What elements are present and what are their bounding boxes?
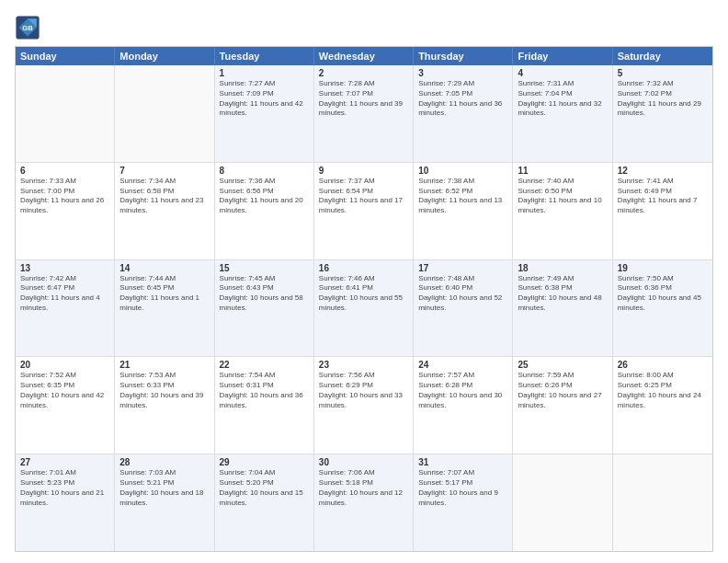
cal-cell-r4-c1: 28Sunrise: 7:03 AM Sunset: 5:21 PM Dayli… xyxy=(115,454,214,551)
header-day-friday: Friday xyxy=(513,47,612,65)
logo-icon: GB xyxy=(15,15,40,40)
cell-detail: Sunrise: 7:49 AM Sunset: 6:38 PM Dayligh… xyxy=(518,274,607,314)
cal-cell-r1-c6: 12Sunrise: 7:41 AM Sunset: 6:49 PM Dayli… xyxy=(613,163,712,259)
day-number: 1 xyxy=(220,68,309,78)
cell-detail: Sunrise: 7:03 AM Sunset: 5:21 PM Dayligh… xyxy=(119,468,209,508)
day-number: 9 xyxy=(319,166,408,176)
cell-detail: Sunrise: 7:07 AM Sunset: 5:17 PM Dayligh… xyxy=(418,468,507,508)
cell-detail: Sunrise: 7:57 AM Sunset: 6:28 PM Dayligh… xyxy=(418,371,507,410)
cal-cell-r2-c6: 19Sunrise: 7:50 AM Sunset: 6:36 PM Dayli… xyxy=(613,260,712,357)
cell-detail: Sunrise: 7:44 AM Sunset: 6:45 PM Dayligh… xyxy=(119,274,209,314)
day-number: 27 xyxy=(20,457,109,467)
cell-detail: Sunrise: 7:36 AM Sunset: 6:56 PM Dayligh… xyxy=(220,177,309,216)
cal-cell-r0-c3: 2Sunrise: 7:28 AM Sunset: 7:07 PM Daylig… xyxy=(314,65,414,162)
cal-cell-r3-c5: 25Sunrise: 7:59 AM Sunset: 6:26 PM Dayli… xyxy=(513,357,612,454)
cell-detail: Sunrise: 7:52 AM Sunset: 6:35 PM Dayligh… xyxy=(20,371,109,410)
cell-detail: Sunrise: 7:34 AM Sunset: 6:58 PM Dayligh… xyxy=(119,177,209,216)
cell-detail: Sunrise: 7:46 AM Sunset: 6:41 PM Dayligh… xyxy=(319,274,408,314)
cal-cell-r0-c1 xyxy=(115,65,214,162)
day-number: 23 xyxy=(319,360,408,370)
cal-cell-r1-c0: 6Sunrise: 7:33 AM Sunset: 7:00 PM Daylig… xyxy=(16,163,115,259)
day-number: 28 xyxy=(119,457,209,467)
day-number: 19 xyxy=(618,263,708,273)
cell-detail: Sunrise: 7:33 AM Sunset: 7:00 PM Dayligh… xyxy=(20,177,109,216)
cal-cell-r3-c0: 20Sunrise: 7:52 AM Sunset: 6:35 PM Dayli… xyxy=(16,357,115,454)
day-number: 25 xyxy=(518,360,607,370)
day-number: 15 xyxy=(220,263,309,273)
day-number: 4 xyxy=(518,68,607,78)
day-number: 18 xyxy=(518,263,607,273)
cell-detail: Sunrise: 7:28 AM Sunset: 7:07 PM Dayligh… xyxy=(319,79,408,119)
cal-cell-r3-c3: 23Sunrise: 7:56 AM Sunset: 6:29 PM Dayli… xyxy=(314,357,414,454)
day-number: 16 xyxy=(319,263,408,273)
cal-cell-r1-c3: 9Sunrise: 7:37 AM Sunset: 6:54 PM Daylig… xyxy=(314,163,414,259)
cell-detail: Sunrise: 7:32 AM Sunset: 7:02 PM Dayligh… xyxy=(618,79,708,119)
cell-detail: Sunrise: 7:59 AM Sunset: 6:26 PM Dayligh… xyxy=(518,371,607,410)
header: GB xyxy=(15,11,713,40)
cell-detail: Sunrise: 7:27 AM Sunset: 7:09 PM Dayligh… xyxy=(220,79,309,119)
calendar-row-1: 6Sunrise: 7:33 AM Sunset: 7:00 PM Daylig… xyxy=(16,162,712,259)
cell-detail: Sunrise: 7:04 AM Sunset: 5:20 PM Dayligh… xyxy=(220,468,309,508)
calendar-header: SundayMondayTuesdayWednesdayThursdayFrid… xyxy=(16,47,712,65)
calendar: SundayMondayTuesdayWednesdayThursdayFrid… xyxy=(15,46,713,552)
cal-cell-r0-c0 xyxy=(16,65,115,162)
cal-cell-r4-c6 xyxy=(613,454,712,551)
cell-detail: Sunrise: 7:50 AM Sunset: 6:36 PM Dayligh… xyxy=(618,274,708,314)
header-day-thursday: Thursday xyxy=(414,47,513,65)
cal-cell-r1-c5: 11Sunrise: 7:40 AM Sunset: 6:50 PM Dayli… xyxy=(513,163,612,259)
cal-cell-r1-c1: 7Sunrise: 7:34 AM Sunset: 6:58 PM Daylig… xyxy=(115,163,214,259)
cal-cell-r2-c4: 17Sunrise: 7:48 AM Sunset: 6:40 PM Dayli… xyxy=(414,260,513,357)
cal-cell-r0-c5: 4Sunrise: 7:31 AM Sunset: 7:04 PM Daylig… xyxy=(513,65,612,162)
svg-text:GB: GB xyxy=(22,24,33,32)
cell-detail: Sunrise: 7:48 AM Sunset: 6:40 PM Dayligh… xyxy=(418,274,507,314)
cal-cell-r4-c5 xyxy=(513,454,612,551)
header-day-wednesday: Wednesday xyxy=(314,47,414,65)
day-number: 11 xyxy=(518,166,607,176)
cell-detail: Sunrise: 7:37 AM Sunset: 6:54 PM Dayligh… xyxy=(319,177,408,216)
cal-cell-r0-c4: 3Sunrise: 7:29 AM Sunset: 7:05 PM Daylig… xyxy=(414,65,513,162)
day-number: 20 xyxy=(20,360,109,370)
page: GB SundayMondayTuesdayWednesdayThursdayF… xyxy=(0,0,728,563)
cal-cell-r3-c6: 26Sunrise: 8:00 AM Sunset: 6:25 PM Dayli… xyxy=(613,357,712,454)
cell-detail: Sunrise: 7:38 AM Sunset: 6:52 PM Dayligh… xyxy=(418,177,507,216)
day-number: 31 xyxy=(418,457,507,467)
cell-detail: Sunrise: 7:54 AM Sunset: 6:31 PM Dayligh… xyxy=(220,371,309,410)
cal-cell-r2-c3: 16Sunrise: 7:46 AM Sunset: 6:41 PM Dayli… xyxy=(314,260,414,357)
calendar-row-4: 27Sunrise: 7:01 AM Sunset: 5:23 PM Dayli… xyxy=(16,454,712,551)
cal-cell-r4-c3: 30Sunrise: 7:06 AM Sunset: 5:18 PM Dayli… xyxy=(314,454,414,551)
day-number: 14 xyxy=(119,263,209,273)
cal-cell-r0-c6: 5Sunrise: 7:32 AM Sunset: 7:02 PM Daylig… xyxy=(613,65,712,162)
cal-cell-r4-c0: 27Sunrise: 7:01 AM Sunset: 5:23 PM Dayli… xyxy=(16,454,115,551)
cal-cell-r4-c2: 29Sunrise: 7:04 AM Sunset: 5:20 PM Dayli… xyxy=(215,454,314,551)
cell-detail: Sunrise: 7:40 AM Sunset: 6:50 PM Dayligh… xyxy=(518,177,607,216)
cal-cell-r3-c1: 21Sunrise: 7:53 AM Sunset: 6:33 PM Dayli… xyxy=(115,357,214,454)
cell-detail: Sunrise: 7:42 AM Sunset: 6:47 PM Dayligh… xyxy=(20,274,109,314)
day-number: 17 xyxy=(418,263,507,273)
day-number: 12 xyxy=(618,166,708,176)
cell-detail: Sunrise: 8:00 AM Sunset: 6:25 PM Dayligh… xyxy=(618,371,708,410)
day-number: 21 xyxy=(119,360,209,370)
cell-detail: Sunrise: 7:31 AM Sunset: 7:04 PM Dayligh… xyxy=(518,79,607,119)
header-day-saturday: Saturday xyxy=(613,47,712,65)
cal-cell-r1-c2: 8Sunrise: 7:36 AM Sunset: 6:56 PM Daylig… xyxy=(215,163,314,259)
day-number: 29 xyxy=(220,457,309,467)
cal-cell-r2-c5: 18Sunrise: 7:49 AM Sunset: 6:38 PM Dayli… xyxy=(513,260,612,357)
header-day-sunday: Sunday xyxy=(16,47,115,65)
day-number: 2 xyxy=(319,68,408,78)
day-number: 10 xyxy=(418,166,507,176)
day-number: 8 xyxy=(220,166,309,176)
cell-detail: Sunrise: 7:06 AM Sunset: 5:18 PM Dayligh… xyxy=(319,468,408,508)
header-day-monday: Monday xyxy=(115,47,214,65)
day-number: 26 xyxy=(618,360,708,370)
day-number: 6 xyxy=(20,166,109,176)
header-day-tuesday: Tuesday xyxy=(215,47,314,65)
day-number: 13 xyxy=(20,263,109,273)
cal-cell-r1-c4: 10Sunrise: 7:38 AM Sunset: 6:52 PM Dayli… xyxy=(414,163,513,259)
day-number: 30 xyxy=(319,457,408,467)
cal-cell-r0-c2: 1Sunrise: 7:27 AM Sunset: 7:09 PM Daylig… xyxy=(215,65,314,162)
cal-cell-r2-c2: 15Sunrise: 7:45 AM Sunset: 6:43 PM Dayli… xyxy=(215,260,314,357)
cal-cell-r2-c0: 13Sunrise: 7:42 AM Sunset: 6:47 PM Dayli… xyxy=(16,260,115,357)
day-number: 3 xyxy=(418,68,507,78)
cal-cell-r2-c1: 14Sunrise: 7:44 AM Sunset: 6:45 PM Dayli… xyxy=(115,260,214,357)
calendar-row-0: 1Sunrise: 7:27 AM Sunset: 7:09 PM Daylig… xyxy=(16,65,712,162)
